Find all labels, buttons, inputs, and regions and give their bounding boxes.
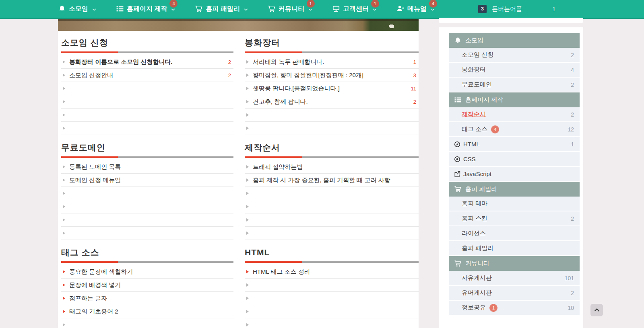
sidebar-section: 홈피 패밀리 홈피 테마 홈피 스킨 2 라이선스 (449, 182, 580, 256)
sidebar-item-정보공유[interactable]: 정보공유 1 10 (449, 301, 580, 316)
board-post-row[interactable]: 문장에 배경색 넣기 (61, 279, 233, 292)
nav-item-label: 소모임 (69, 5, 88, 13)
board-post-row[interactable]: 중요한 문장에 색칠하기 (61, 265, 233, 279)
right-caret-icon (63, 310, 65, 313)
monitor-icon (332, 5, 340, 12)
sidebar-item-자유게시판[interactable]: 자유게시판 101 (449, 271, 580, 286)
top-navbar: 소모임 홈페이지 제작 4 홈피 패밀리 커뮤니티 1 고객센터 1 메뉴얼 4… (0, 0, 644, 19)
board-post-row[interactable]: 서리태와 녹두 판매합니다. 1 (245, 55, 419, 69)
right-caret-icon (63, 205, 65, 208)
board-post-row[interactable]: 건고추, 참께 팝니다. 2 (245, 95, 419, 109)
post-title: 문장에 배경색 넣기 (69, 281, 121, 289)
board-post-row[interactable]: 도메인 신청 메뉴얼 (61, 174, 233, 187)
nav-item-label: 홈피 패밀리 (206, 5, 239, 13)
widget-partial (439, 18, 583, 23)
board-title: 제작순서 (245, 142, 419, 153)
right-caret-icon (246, 165, 249, 168)
right-caret-icon (246, 270, 249, 273)
post-title: 서리태와 녹두 판매합니다. (253, 58, 324, 66)
right-caret-icon (63, 192, 65, 195)
earning-app-counter[interactable]: 3 돈버는어플 (478, 0, 522, 18)
nav-item-3[interactable]: 커뮤니티 1 (268, 0, 312, 18)
sidebar-item-소모임 신청[interactable]: 소모임 신청 2 (449, 48, 580, 63)
sidebar-section-header: 소모임 (449, 33, 580, 48)
board-empty-row (61, 187, 233, 200)
sidebar-item-label: 홈피 스킨 (462, 215, 487, 222)
sidebar-item-홈피 테마[interactable]: 홈피 테마 (449, 197, 580, 211)
nav-item-5[interactable]: 메뉴얼 4 (397, 0, 435, 18)
right-caret-icon (63, 100, 65, 103)
sidebar-item-태그 소스[interactable]: 태그 소스 4 12 (449, 122, 580, 137)
notification-badge: 1 (307, 0, 315, 8)
chevron-down-icon (431, 8, 435, 11)
sidebar-item-유머게시판[interactable]: 유머게시판 2 (449, 286, 580, 301)
sidebar-item-라이선스[interactable]: 라이선스 (449, 226, 580, 241)
sidebar-item-홈피 스킨[interactable]: 홈피 스킨 2 (449, 211, 580, 226)
board-post-row[interactable]: 트래픽 절약하는법 (245, 160, 419, 174)
board-empty-row (61, 95, 233, 109)
post-title: 트래픽 절약하는법 (253, 163, 303, 171)
counter-label: 돈버는어플 (492, 5, 522, 13)
sidebar-item-label: 태그 소스 (462, 125, 487, 133)
notification-badge: 4 (169, 0, 178, 8)
right-caret-icon (63, 297, 65, 300)
right-caret-icon (246, 323, 249, 326)
post-comment-count: 1 (413, 59, 419, 65)
sidebar-menu: 소모임 소모임 신청 2 봉화장터 4 무료도메인 2 (449, 33, 580, 316)
post-title: 홈피 제작 시 가장 중요한, 홈피 기획할 때 고려 사항 (253, 176, 390, 184)
chevron-down-icon (244, 8, 248, 11)
board-post-row[interactable]: 소모임 신청안내 2 (61, 69, 233, 82)
board-post-row[interactable]: 홈피 제작 시 가장 중요한, 홈피 기획할 때 고려 사항 (245, 174, 419, 187)
sidebar-item-제작순서[interactable]: 제작순서 2 (449, 107, 580, 122)
right-caret-icon (246, 205, 249, 208)
board-title-underline (61, 261, 233, 263)
chevron-down-icon (171, 8, 175, 11)
nav-item-0[interactable]: 소모임 (58, 0, 96, 18)
right-caret-icon (63, 283, 65, 287)
post-title: 햇땅콩 팝니다.[품절되었습니다.] (253, 85, 340, 92)
post-title: 도메인 신청 메뉴얼 (69, 176, 121, 184)
sidebar-item-label: 봉화장터 (462, 66, 486, 74)
right-caret-icon (246, 297, 249, 300)
board-empty-row (61, 82, 233, 95)
board-post-row[interactable]: 점프하는 글자 (61, 292, 233, 305)
cart-icon (195, 5, 202, 12)
sidebar-item-count: 2 (571, 290, 574, 296)
sidebar-section: 커뮤니티 자유게시판 101 유머게시판 2 정보공유 1 10 (449, 256, 580, 316)
post-title: 태그의 기초용어 2 (69, 308, 118, 316)
board-empty-row (245, 187, 419, 200)
new-post-badge: 4 (491, 125, 499, 133)
nav-item-4[interactable]: 고객센터 1 (332, 0, 377, 18)
sidebar-item-홈피 패밀리[interactable]: 홈피 패밀리 (449, 241, 580, 256)
board-empty-row (245, 292, 419, 305)
board-post-row[interactable]: 봉화장터 이름으로 소모임 신청합니다. 2 (61, 55, 233, 69)
post-comment-count: 2 (228, 59, 233, 65)
post-title: 점프하는 글자 (69, 295, 107, 302)
board-section: 봉화장터 서리태와 녹두 판매합니다. 1 향미찹쌀, 향미 찹쌀현미[한정판매… (245, 37, 419, 135)
post-comment-count: 2 (228, 72, 233, 78)
board-post-row[interactable]: 등록된 도메인 목록 (61, 160, 233, 174)
board-post-row[interactable]: 태그의 기초용어 2 (61, 305, 233, 318)
chevron-down-icon (92, 8, 96, 11)
sidebar-item-봉화장터[interactable]: 봉화장터 4 (449, 63, 580, 78)
sidebar-item-HTML[interactable]: HTML 1 (449, 137, 580, 152)
board-post-row[interactable]: 햇땅콩 팝니다.[품절되었습니다.] 11 (245, 82, 419, 95)
rank-up-indicator[interactable]: 1 (544, 0, 555, 18)
board-post-row[interactable]: 향미찹쌀, 향미 찹쌀현미[한정판매 : 20개] 3 (245, 69, 419, 82)
sidebar-section-title: 홈피 패밀리 (465, 185, 497, 193)
right-caret-icon (63, 113, 65, 117)
post-title: 봉화장터 이름으로 소모임 신청합니다. (69, 58, 173, 66)
scroll-top-button[interactable] (590, 304, 603, 316)
nav-item-1[interactable]: 홈페이지 제작 4 (116, 0, 175, 18)
sidebar-section-title: 소모임 (465, 37, 483, 44)
sidebar-section-title: 커뮤니티 (465, 260, 489, 267)
sidebar-item-JavaScript[interactable]: JavaScript (449, 167, 580, 182)
up-count: 1 (552, 6, 555, 12)
sidebar-item-무료도메인[interactable]: 무료도메인 2 (449, 78, 580, 92)
nav-item-2[interactable]: 홈피 패밀리 (195, 0, 248, 18)
sidebar-item-CSS[interactable]: CSS (449, 152, 580, 167)
board-post-list: 중요한 문장에 색칠하기 문장에 배경색 넣기 점프하는 글자 태그의 기초용어… (61, 265, 233, 328)
sidebar-item-count: 12 (568, 126, 574, 133)
right-caret-icon (246, 113, 249, 117)
board-post-row[interactable]: HTML 태그 소스 정리 (245, 265, 419, 279)
